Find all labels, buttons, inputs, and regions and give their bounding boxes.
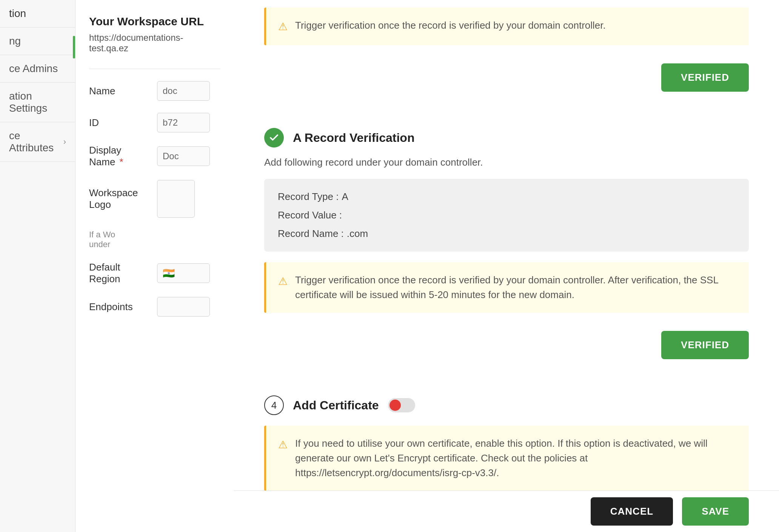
form-panel: Your Workspace URL https://documentation… (75, 0, 234, 532)
sidebar-item-5[interactable]: ce Attributes › (0, 122, 75, 162)
a-record-title: A Record Verification (293, 131, 414, 145)
record-name-value: .com (347, 228, 368, 240)
record-name-label: Record Name : (278, 228, 344, 240)
top-warning-banner: ⚠ Trigger verification once the record i… (264, 8, 749, 45)
modal-panel: ⚠ Trigger verification once the record i… (234, 0, 779, 532)
sidebar: tion ng ce Admins ation Settings ce Attr… (0, 0, 75, 532)
chevron-right-icon: › (63, 137, 66, 147)
save-button[interactable]: SAVE (682, 497, 749, 526)
id-input[interactable]: b72 (157, 113, 210, 132)
a-record-subtitle: Add following record under your domain c… (264, 155, 749, 170)
id-label: ID (89, 117, 149, 129)
record-type-label: Record Type : (278, 191, 339, 203)
default-region-label: Default Region (89, 261, 149, 285)
warning-icon-top: ⚠ (278, 19, 288, 35)
a-record-warning-banner: ⚠ Trigger verification once the record i… (264, 262, 749, 313)
add-certificate-toggle[interactable] (388, 398, 415, 412)
id-field: ID b72 (89, 113, 220, 132)
warning-icon-a-record: ⚠ (278, 274, 288, 289)
record-type-row: Record Type : A (278, 191, 735, 203)
endpoints-field: Endpoints (89, 297, 220, 317)
verified-button-1[interactable]: VERIFIED (661, 63, 749, 92)
check-icon (264, 128, 284, 148)
workspace-logo-input[interactable] (157, 180, 195, 218)
record-card: Record Type : A Record Value : Record Na… (264, 179, 749, 252)
endpoints-label: Endpoints (89, 301, 149, 313)
a-record-warning-text: Trigger verification once the record is … (295, 273, 737, 302)
name-field: Name doc (89, 81, 220, 101)
workspace-url-value: https://documentations-test.qa.ez (89, 32, 220, 54)
divider (89, 69, 220, 69)
name-label: Name (89, 85, 149, 97)
record-name-row: Record Name : .com (278, 228, 735, 240)
action-bar: CANCEL SAVE (234, 490, 779, 532)
toggle-section: Add Certificate (293, 398, 415, 412)
a-record-section: A Record Verification Add following reco… (264, 128, 749, 377)
record-value-label: Record Value : (278, 209, 342, 221)
record-type-value: A (342, 191, 348, 203)
display-name-field: Display Name * Doc (89, 145, 220, 168)
warning-icon-cert: ⚠ (278, 437, 288, 453)
record-value-row: Record Value : (278, 209, 735, 221)
sidebar-item-1[interactable]: tion (0, 0, 75, 28)
workspace-url-title: Your Workspace URL (89, 15, 220, 28)
endpoints-input[interactable] (157, 297, 210, 317)
display-name-input[interactable]: Doc (157, 146, 210, 166)
sidebar-item-3[interactable]: ce Admins (0, 55, 75, 83)
cancel-button[interactable]: CANCEL (591, 497, 673, 526)
add-certificate-section: 4 Add Certificate ⚠ If you need to utili… (264, 395, 749, 491)
certificate-info-text: If you need to utilise your own certific… (295, 436, 737, 480)
helper-text: If a Wounder (89, 230, 220, 249)
verified-button-2[interactable]: VERIFIED (661, 331, 749, 359)
helper-text-block: If a Wounder (89, 230, 220, 249)
workspace-logo-label: Workspace Logo (89, 187, 149, 211)
sidebar-item-2[interactable]: ng (0, 28, 75, 55)
active-indicator (73, 36, 75, 58)
top-warning-text: Trigger verification once the record is … (295, 18, 606, 33)
step-number: 4 (264, 395, 284, 415)
toggle-knob (390, 400, 401, 411)
a-record-heading: A Record Verification (264, 128, 749, 148)
scroll-content: ⚠ Trigger verification once the record i… (264, 0, 749, 491)
name-input[interactable]: doc (157, 81, 210, 101)
sidebar-item-4[interactable]: ation Settings (0, 83, 75, 122)
workspace-logo-field: Workspace Logo (89, 180, 220, 218)
certificate-info-banner: ⚠ If you need to utilise your own certif… (264, 426, 749, 491)
add-certificate-heading: 4 Add Certificate (264, 395, 749, 415)
add-certificate-title: Add Certificate (293, 398, 379, 412)
workspace-url-section: Your Workspace URL https://documentation… (89, 15, 220, 54)
default-region-field: Default Region 🇮🇳 (89, 261, 220, 285)
display-name-label: Display Name * (89, 145, 149, 168)
default-region-input[interactable]: 🇮🇳 (157, 263, 210, 283)
